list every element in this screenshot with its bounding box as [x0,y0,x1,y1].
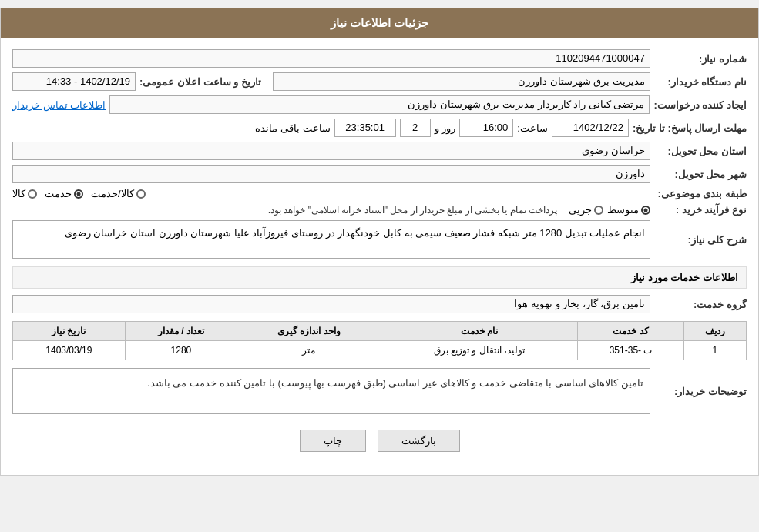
general-desc-value: انجام عملیات تبدیل 1280 متر شبکه فشار ضع… [12,220,650,259]
back-button[interactable]: بازگشت [378,430,460,452]
requester-label: ایجاد کننده درخواست: [653,99,747,111]
process-jozvi: جزیی [569,204,603,216]
deadline-date: 1402/12/22 [552,119,629,137]
cell-qty: 1280 [125,341,237,360]
cell-date: 1403/03/19 [13,341,126,360]
general-desc-label: شرح کلی نیاز: [654,234,747,246]
button-row: بازگشت چاپ [12,430,747,463]
service-group-row: گروه خدمت: تامین برق، گاز، بخار و تهویه … [12,295,747,313]
services-table: ردیف کد خدمت نام خدمت واحد اندازه گیری ت… [12,321,747,360]
category-kala: کالا [12,188,37,199]
khadamat-label: خدمت [45,188,72,199]
announce-date-value: 1402/12/19 - 14:33 [12,72,136,91]
col-radif: ردیف [683,322,746,341]
page-header: جزئیات اطلاعات نیاز [1,8,758,38]
cell-code: ت -35-351 [578,341,683,360]
need-number-value: 1102094471000047 [12,49,650,68]
col-unit: واحد اندازه گیری [237,322,381,341]
category-radio-group: کالا/خدمت خدمت کالا [12,188,650,199]
province-label: استان محل تحویل: [654,146,747,157]
general-desc-row: شرح کلی نیاز: انجام عملیات تبدیل 1280 مت… [12,220,747,259]
process-group: متوسط جزیی پرداخت تمام یا بخشی از مبلغ خ… [12,204,650,216]
process-note: پرداخت تمام یا بخشی از مبلغ خریدار از مح… [268,205,557,216]
remaining-time: 23:35:01 [334,119,396,137]
kala-khadamat-label: کالا/خدمت [91,188,134,199]
print-button[interactable]: چاپ [300,430,366,452]
cell-unit: متر [237,341,381,360]
remaining-days: 2 [400,119,431,137]
page-wrapper: جزئیات اطلاعات نیاز شماره نیاز: 11020944… [0,8,759,476]
service-group-value: تامین برق، گاز، بخار و تهویه هوا [12,295,650,313]
cell-name: تولید، انتقال و توزیع برق [381,341,578,360]
col-code: کد خدمت [578,322,683,341]
cell-radif: 1 [683,341,746,360]
category-row: طبقه بندی موضوعی: کالا/خدمت خدمت کالا [12,188,747,199]
table-row: 1ت -35-351تولید، انتقال و توزیع برقمتر12… [13,341,747,360]
col-name: نام خدمت [381,322,578,341]
radio-motavaset [641,206,650,215]
page-title: جزئیات اطلاعات نیاز [331,16,428,29]
process-motavaset: متوسط [607,204,650,216]
buyer-notes-value: تامین کالاهای اساسی با متقاضی خدمت و کال… [12,368,650,414]
radio-khadamat [74,189,83,199]
col-qty: تعداد / مقدار [125,322,237,341]
kala-label: کالا [12,188,25,199]
deadline-label: مهلت ارسال پاسخ: تا تاریخ: [633,122,747,134]
time-label: ساعت: [517,122,548,134]
buyer-org-label: نام دستگاه خریدار: [654,76,747,88]
need-number-label: شماره نیاز: [654,53,747,65]
radio-kala-khadamat [136,189,146,199]
contact-link[interactable]: اطلاعات تماس خریدار [12,99,106,111]
motavaset-label: متوسط [607,204,639,216]
requester-value: مرتضی کیانی راد کاربردار مدیریت برق شهرس… [109,95,650,114]
services-table-section: ردیف کد خدمت نام خدمت واحد اندازه گیری ت… [12,321,747,360]
city-label: شهر محل تحویل: [654,169,747,180]
jozvi-label: جزیی [569,204,592,216]
category-kala-khadamat: کالا/خدمت [91,188,146,199]
process-label: نوع فرآیند خرید : [654,204,747,216]
radio-jozvi [594,206,603,215]
buyer-notes-row: توضیحات خریدار: تامین کالاهای اساسی با م… [12,368,747,414]
content-area: شماره نیاز: 1102094471000047 نام دستگاه … [1,38,758,475]
buyer-notes-label: توضیحات خریدار: [654,386,747,397]
buyer-org-value: مدیریت برق شهرستان داورزن [273,72,650,91]
remaining-label: روز و [435,122,456,134]
city-row: شهر محل تحویل: داورزن [12,165,747,183]
col-date: تاریخ نیاز [13,322,126,341]
announce-date-label: تاریخ و ساعت اعلان عمومی: [139,76,261,88]
category-label: طبقه بندی موضوعی: [654,188,747,199]
remaining-suffix: ساعت باقی مانده [255,122,330,134]
process-row: نوع فرآیند خرید : متوسط جزیی پرداخت تمام… [12,204,747,216]
need-number-row: شماره نیاز: 1102094471000047 [12,49,747,68]
category-khadamat: خدمت [45,188,83,199]
service-group-label: گروه خدمت: [654,299,747,310]
province-value: خراسان رضوی [12,142,650,160]
deadline-row: مهلت ارسال پاسخ: تا تاریخ: 1402/12/22 سا… [12,119,747,137]
requester-row: ایجاد کننده درخواست: مرتضی کیانی راد کار… [12,95,747,114]
announce-row: نام دستگاه خریدار: مدیریت برق شهرستان دا… [12,72,747,91]
services-section-title: اطلاعات خدمات مورد نیاز [12,266,747,289]
city-value: داورزن [12,165,650,183]
radio-kala [28,189,37,199]
deadline-time: 16:00 [459,119,513,137]
province-row: استان محل تحویل: خراسان رضوی [12,142,747,160]
